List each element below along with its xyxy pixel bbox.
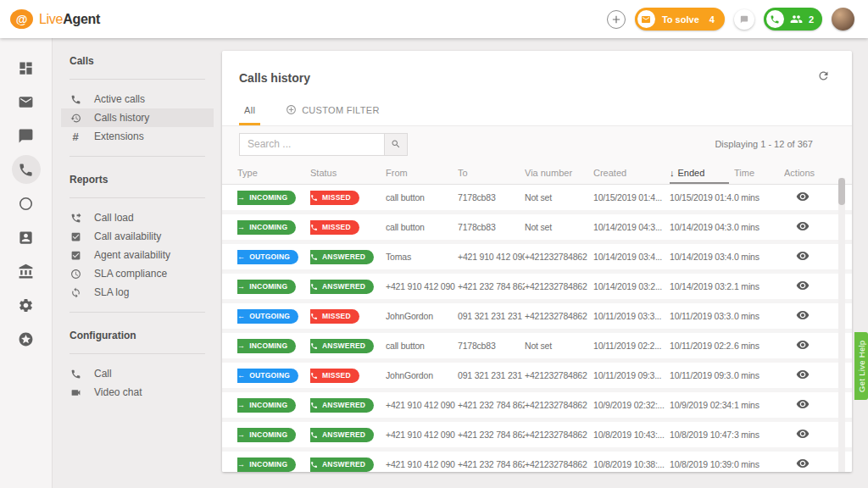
phone-icon bbox=[766, 10, 784, 28]
nav-item-sla-log[interactable]: SLA log bbox=[61, 283, 214, 302]
search-button[interactable] bbox=[385, 133, 408, 156]
view-call-icon[interactable] bbox=[796, 338, 810, 352]
call-type-badge: →INCOMING bbox=[237, 458, 296, 472]
nav-item-call-availability[interactable]: Call availability bbox=[61, 227, 214, 246]
call-status-badge: MISSED bbox=[310, 220, 359, 235]
rail-academy-icon[interactable] bbox=[12, 257, 41, 286]
via-cell: +421232784862 bbox=[525, 281, 593, 291]
rail-badges-icon[interactable] bbox=[12, 324, 41, 353]
clock-icon bbox=[70, 269, 81, 280]
type-cell: ←OUTGOING bbox=[237, 369, 310, 383]
to-cell: +421 232 784 862 bbox=[458, 430, 525, 440]
table-row[interactable]: ←OUTGOINGANSWEREDTomas+421 910 412 090+4… bbox=[222, 244, 852, 269]
agents-icon bbox=[790, 13, 803, 25]
add-button[interactable] bbox=[607, 10, 626, 29]
rail-tickets-icon[interactable] bbox=[12, 87, 41, 116]
column-ended[interactable]: ↓ Ended bbox=[670, 162, 734, 184]
column-actions[interactable]: Actions bbox=[784, 168, 852, 178]
status-cell: MISSED bbox=[310, 369, 386, 383]
nav-item-extensions[interactable]: # Extensions bbox=[61, 127, 214, 146]
side-navigation: Calls Active calls Calls history # Exten… bbox=[53, 38, 222, 488]
incoming-arrow-icon: → bbox=[237, 402, 245, 409]
rail-dashboard-icon[interactable] bbox=[12, 53, 41, 82]
view-call-icon[interactable] bbox=[796, 279, 810, 292]
call-type-badge: →INCOMING bbox=[237, 220, 296, 235]
table-row[interactable]: →INCOMINGANSWERED+421 910 412 090+421 23… bbox=[222, 392, 852, 418]
table-body: →INCOMINGMISSEDcall button7178cb83Not se… bbox=[222, 185, 852, 472]
view-call-icon[interactable] bbox=[796, 249, 810, 263]
logo-at-icon: @ bbox=[16, 13, 28, 26]
from-cell: +421 910 412 090 bbox=[386, 430, 458, 440]
avatar[interactable] bbox=[832, 8, 854, 30]
search-input[interactable] bbox=[239, 133, 385, 156]
table-scrollbar[interactable] bbox=[838, 178, 845, 472]
plus-circle-icon bbox=[286, 104, 297, 115]
rail-contacts-icon[interactable] bbox=[12, 223, 41, 252]
nav-item-call-config[interactable]: Call bbox=[61, 364, 214, 383]
nav-item-active-calls[interactable]: Active calls bbox=[61, 90, 214, 108]
loop-icon bbox=[70, 287, 81, 298]
video-camera-icon bbox=[70, 387, 81, 398]
to-solve-button[interactable]: To solve 4 bbox=[635, 8, 725, 30]
incoming-arrow-icon: → bbox=[237, 194, 245, 202]
calls-online-button[interactable]: 2 bbox=[764, 8, 822, 30]
liveagent-logo[interactable]: @ LiveAgent bbox=[10, 9, 100, 29]
top-bar: @ LiveAgent To solve 4 2 bbox=[0, 0, 868, 38]
created-cell: 10/8/2019 10:38:... bbox=[593, 459, 670, 469]
status-cell: ANSWERED bbox=[310, 458, 386, 472]
view-call-icon[interactable] bbox=[796, 427, 810, 441]
column-to[interactable]: To bbox=[458, 168, 525, 178]
nav-item-video-chat[interactable]: Video chat bbox=[61, 383, 214, 402]
table-row[interactable]: →INCOMINGANSWERED+421 910 412 090+421 23… bbox=[222, 422, 852, 447]
tab-all[interactable]: All bbox=[239, 97, 260, 125]
table-row[interactable]: →INCOMINGANSWERED+421 910 412 090+421 23… bbox=[222, 274, 852, 299]
status-cell: ANSWERED bbox=[310, 250, 386, 264]
column-created[interactable]: Created bbox=[593, 168, 670, 178]
phone-icon bbox=[310, 253, 318, 261]
chat-status-button[interactable] bbox=[734, 9, 754, 30]
get-live-help-button[interactable]: Get Live Help bbox=[854, 332, 868, 400]
table-row[interactable]: ←OUTGOINGMISSEDJohnGordon091 321 231 231… bbox=[222, 363, 852, 388]
status-cell: MISSED bbox=[310, 220, 386, 235]
rail-chats-icon[interactable] bbox=[12, 121, 41, 150]
view-call-icon[interactable] bbox=[796, 457, 810, 470]
table-row[interactable]: →INCOMINGMISSEDcall button7178cb83Not se… bbox=[222, 214, 852, 240]
from-cell: call button bbox=[386, 222, 458, 232]
plus-circle-icon bbox=[608, 10, 625, 29]
created-cell: 10/14/2019 03:2... bbox=[593, 281, 670, 291]
table-row[interactable]: →INCOMINGANSWERED+421 910 412 090+421 23… bbox=[222, 452, 852, 472]
divider bbox=[70, 353, 205, 354]
scrollbar-thumb[interactable] bbox=[838, 178, 845, 205]
ended-cell: 10/15/2019 01:4... bbox=[670, 192, 734, 202]
view-call-icon[interactable] bbox=[796, 397, 810, 411]
rail-online-visitors-icon[interactable] bbox=[12, 189, 41, 218]
time-cell: 6 mins bbox=[734, 341, 784, 351]
nav-item-calls-history[interactable]: Calls history bbox=[61, 108, 214, 127]
table-row[interactable]: ←OUTGOINGMISSEDJohnGordon091 321 231 231… bbox=[222, 303, 852, 329]
column-status[interactable]: Status bbox=[310, 168, 386, 178]
to-solve-label: To solve bbox=[662, 14, 699, 25]
nav-item-sla-compliance[interactable]: SLA compliance bbox=[61, 264, 214, 283]
view-call-icon[interactable] bbox=[796, 190, 810, 203]
column-type[interactable]: Type bbox=[237, 168, 310, 178]
ended-cell: 10/14/2019 03:2... bbox=[670, 281, 734, 291]
column-from[interactable]: From bbox=[386, 168, 458, 178]
rail-settings-icon[interactable] bbox=[12, 291, 41, 319]
nav-item-agent-availability[interactable]: Agent availability bbox=[61, 246, 214, 264]
type-cell: ←OUTGOING bbox=[237, 250, 310, 264]
view-call-icon[interactable] bbox=[796, 368, 810, 381]
type-cell: →INCOMING bbox=[237, 458, 310, 472]
table-row[interactable]: →INCOMINGANSWEREDcall button7178cb83Not … bbox=[222, 333, 852, 358]
time-cell: 0 mins bbox=[734, 459, 784, 469]
page-title: Calls history bbox=[222, 51, 852, 85]
nav-item-call-load[interactable]: Call load bbox=[61, 208, 214, 227]
rail-calls-icon[interactable] bbox=[12, 155, 41, 184]
view-call-icon[interactable] bbox=[796, 308, 810, 322]
table-row[interactable]: →INCOMINGMISSEDcall button7178cb83Not se… bbox=[222, 185, 852, 210]
column-time[interactable]: Time bbox=[734, 168, 784, 178]
checkbox-icon bbox=[70, 231, 81, 242]
refresh-icon[interactable] bbox=[817, 69, 830, 86]
tab-custom-filter[interactable]: CUSTOM FILTER bbox=[281, 97, 385, 125]
view-call-icon[interactable] bbox=[796, 219, 810, 233]
column-via-number[interactable]: Via number bbox=[525, 168, 593, 178]
